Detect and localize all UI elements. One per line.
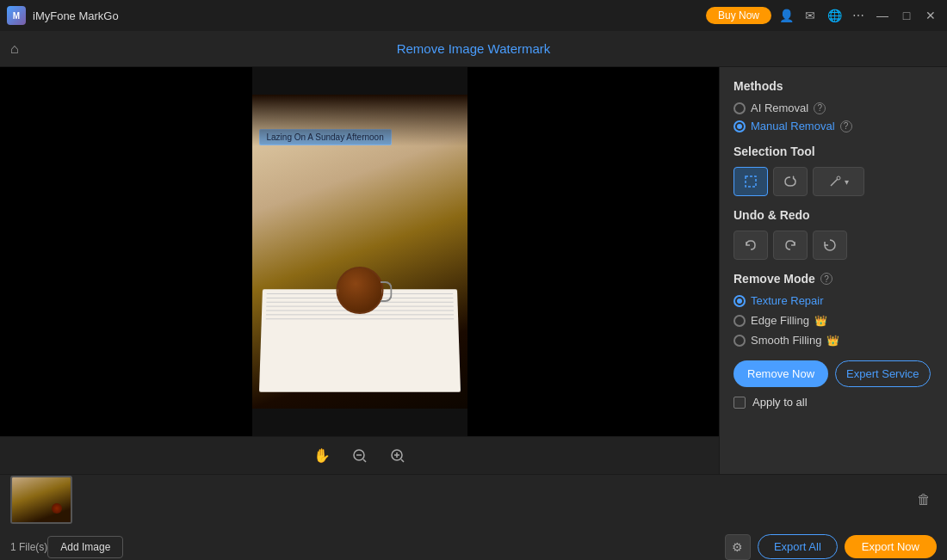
manual-removal-option[interactable]: Manual Removal ? bbox=[733, 120, 933, 132]
manual-removal-label: Manual Removal bbox=[751, 120, 835, 132]
edge-filling-crown-icon: 👑 bbox=[814, 315, 827, 327]
smooth-filling-label: Smooth Filling bbox=[751, 334, 821, 347]
image-container: Lazing On A Sunday Afternoon bbox=[252, 95, 467, 409]
zoom-in-icon[interactable] bbox=[386, 444, 410, 468]
expert-service-button[interactable]: Expert Service bbox=[835, 360, 931, 387]
svg-rect-7 bbox=[746, 176, 756, 187]
title-bar-left: M iMyFone MarkGo bbox=[7, 6, 119, 25]
title-bar-right: Buy Now 👤 ✉ 🌐 ⋯ — □ ✕ bbox=[706, 6, 940, 25]
edge-filling-radio[interactable] bbox=[733, 315, 746, 327]
right-panel: Methods AI Removal ? Manual Removal ? Se… bbox=[719, 67, 947, 474]
svg-line-8 bbox=[831, 179, 838, 186]
manual-removal-help-icon[interactable]: ? bbox=[840, 120, 852, 132]
main-image: Lazing On A Sunday Afternoon bbox=[252, 95, 467, 409]
svg-line-6 bbox=[401, 459, 404, 462]
remove-mode-title: Remove Mode bbox=[733, 272, 815, 286]
manual-removal-radio[interactable] bbox=[733, 120, 746, 132]
maximize-button[interactable]: □ bbox=[897, 6, 916, 25]
buy-now-button[interactable]: Buy Now bbox=[706, 7, 771, 24]
globe-icon[interactable]: 🌐 bbox=[825, 6, 844, 25]
undo-redo-buttons bbox=[733, 231, 933, 260]
tool-buttons: ▾ bbox=[733, 167, 933, 196]
undo-button[interactable] bbox=[733, 231, 768, 260]
ai-removal-option[interactable]: AI Removal ? bbox=[733, 102, 933, 114]
thumbnail-image bbox=[12, 477, 71, 522]
svg-point-9 bbox=[837, 176, 840, 180]
minimize-button[interactable]: — bbox=[873, 6, 892, 25]
delete-button[interactable]: 🗑 bbox=[911, 487, 937, 513]
smooth-filling-option[interactable]: Smooth Filling 👑 bbox=[733, 334, 933, 347]
bottom-right-actions: ⚙ Export All Export Now bbox=[725, 534, 937, 560]
image-viewport: Lazing On A Sunday Afternoon bbox=[0, 67, 719, 436]
app-logo: M bbox=[7, 6, 26, 25]
rect-tool-button[interactable] bbox=[733, 167, 768, 196]
action-row: Remove Now Expert Service bbox=[733, 360, 933, 387]
title-bar: M iMyFone MarkGo Buy Now 👤 ✉ 🌐 ⋯ — □ ✕ bbox=[0, 0, 947, 31]
redo-button[interactable] bbox=[773, 231, 808, 260]
remove-now-button[interactable]: Remove Now bbox=[733, 360, 828, 387]
top-gradient bbox=[252, 95, 467, 146]
smooth-filling-crown-icon: 👑 bbox=[826, 335, 839, 347]
main-content: Lazing On A Sunday Afternoon bbox=[0, 67, 947, 474]
book-line bbox=[265, 314, 453, 315]
svg-line-2 bbox=[363, 459, 366, 462]
apply-all-label: Apply to all bbox=[752, 396, 808, 409]
edge-filling-label: Edge Filling bbox=[751, 314, 809, 327]
export-now-button[interactable]: Export Now bbox=[845, 535, 937, 558]
methods-group: AI Removal ? Manual Removal ? bbox=[733, 102, 933, 132]
brush-tool-button[interactable]: ▾ bbox=[813, 167, 864, 196]
home-button[interactable]: ⌂ bbox=[10, 41, 19, 57]
texture-repair-option[interactable]: Texture Repair bbox=[733, 294, 933, 307]
tea-cup bbox=[336, 267, 383, 314]
apply-all-checkbox[interactable] bbox=[733, 397, 746, 409]
hand-tool-icon[interactable]: ✋ bbox=[310, 444, 334, 468]
texture-repair-label: Texture Repair bbox=[751, 294, 824, 307]
thumbnail-highlight bbox=[52, 503, 62, 514]
black-left bbox=[0, 67, 252, 436]
black-right bbox=[467, 67, 720, 436]
settings-button[interactable]: ⚙ bbox=[725, 534, 751, 560]
texture-repair-radio[interactable] bbox=[733, 295, 746, 307]
ai-removal-label: AI Removal bbox=[751, 102, 808, 114]
file-count: 1 File(s) bbox=[10, 541, 47, 553]
bottom-row1: 🗑 bbox=[10, 476, 937, 524]
app-title: iMyFone MarkGo bbox=[33, 9, 119, 22]
reset-button[interactable] bbox=[813, 231, 847, 260]
menu-icon[interactable]: ⋯ bbox=[849, 6, 868, 25]
methods-title: Methods bbox=[733, 79, 933, 93]
mail-icon[interactable]: ✉ bbox=[801, 6, 820, 25]
smooth-filling-radio[interactable] bbox=[733, 335, 746, 347]
thumbnail-item[interactable] bbox=[10, 476, 72, 524]
undo-redo-title: Undo & Redo bbox=[733, 208, 933, 222]
edge-filling-option[interactable]: Edge Filling 👑 bbox=[733, 314, 933, 327]
toolbar: ⌂ Remove Image Watermark bbox=[0, 31, 947, 67]
zoom-out-icon[interactable] bbox=[348, 444, 372, 468]
remove-mode-options: Texture Repair Edge Filling 👑 Smooth Fil… bbox=[733, 294, 933, 347]
ai-removal-help-icon[interactable]: ? bbox=[814, 102, 826, 114]
apply-all-row: Apply to all bbox=[733, 396, 933, 409]
lasso-tool-button[interactable] bbox=[773, 167, 808, 196]
remove-mode-help-icon[interactable]: ? bbox=[820, 273, 832, 285]
ai-removal-radio[interactable] bbox=[733, 102, 746, 114]
page-title: Remove Image Watermark bbox=[397, 41, 551, 56]
selection-tool-title: Selection Tool bbox=[733, 145, 933, 158]
bottom-bar: 🗑 1 File(s) Add Image ⚙ Export All Expor… bbox=[0, 474, 947, 560]
bottom-row2: 1 File(s) Add Image ⚙ Export All Export … bbox=[10, 534, 937, 560]
image-controls: ✋ bbox=[0, 436, 719, 474]
close-button[interactable]: ✕ bbox=[921, 6, 940, 25]
book-line bbox=[265, 318, 453, 319]
user-icon[interactable]: 👤 bbox=[777, 6, 795, 25]
export-all-button[interactable]: Export All bbox=[758, 534, 838, 559]
image-panel: Lazing On A Sunday Afternoon bbox=[0, 67, 719, 474]
add-image-button[interactable]: Add Image bbox=[47, 536, 123, 558]
